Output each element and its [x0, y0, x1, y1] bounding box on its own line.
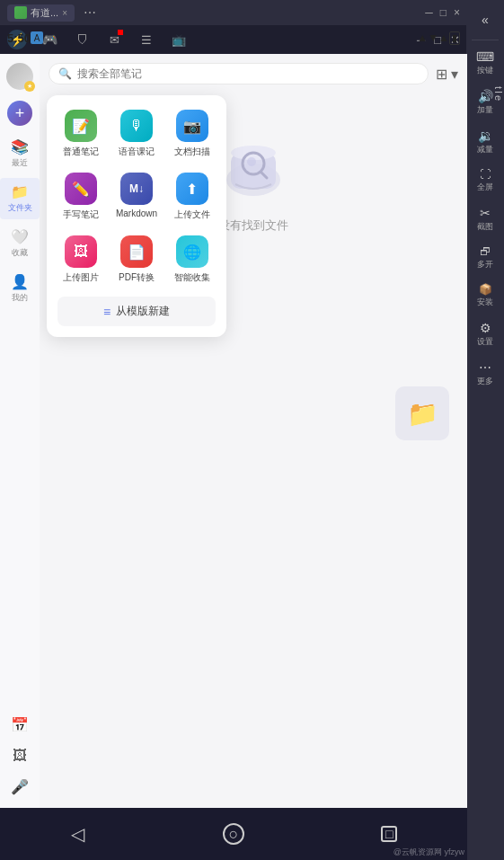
voice-note-btn[interactable]: 🎙 语音课记 [112, 106, 161, 162]
avatar[interactable]: ★ [6, 63, 33, 90]
pdf-convert-btn[interactable]: 📄 PDF转换 [112, 232, 161, 288]
markdown-btn[interactable]: M↓ Markdown [112, 169, 161, 225]
handwriting-btn[interactable]: ✏️ 手写笔记 [57, 169, 105, 225]
tle-label: tIe [466, 86, 504, 102]
search-icon: 🔍 [58, 67, 72, 80]
search-input-wrap[interactable]: 🔍 [49, 63, 429, 84]
app-tab[interactable]: 有道... × [7, 4, 75, 22]
tab-close-btn[interactable]: × [62, 8, 67, 18]
screenshot-label: 截图 [477, 221, 493, 233]
home-icon: ○ [223, 823, 244, 845]
menu-icon[interactable]: ☰ [137, 30, 156, 49]
empty-text: 没有找到文件 [218, 217, 288, 234]
template-label: 从模版新建 [116, 304, 170, 319]
upload-file-label: 上传文件 [174, 208, 210, 221]
sidebar-item-recent[interactable]: 📚 最近 [0, 133, 40, 174]
pdf-convert-icon: 📄 [120, 235, 153, 268]
right-panel: « ⌨ 按键 🔊 加量 🔉 减量 ⛶ 全屏 ✂ 截图 🗗 多开 📦 安装 ⚙ 设… [466, 0, 504, 860]
maximize-btn[interactable]: □ [440, 6, 447, 19]
settings-btn[interactable]: ⚙ 设置 [466, 315, 504, 353]
back-btn[interactable]: ◁ [60, 816, 96, 852]
view-toggle-btn[interactable]: ⊞ ▾ [436, 66, 458, 83]
multiopen-btn[interactable]: 🗗 多开 [466, 240, 504, 276]
quick-note-icon: 📝 [65, 110, 97, 142]
image-icon: 🖼 [13, 748, 27, 764]
collapse-btn[interactable]: « [466, 7, 504, 32]
left-sidebar: ★ + 📚 最近 📁 文件夹 🤍 收藏 👤 我的 [0, 54, 40, 788]
fullscreen-label: 全屏 [477, 182, 493, 193]
markdown-label: Markdown [116, 208, 157, 218]
favorites-icon: 🤍 [11, 228, 29, 245]
main-content: 🔍 ⊞ ▾ 📝 普通笔记 🎙 语音课记 [40, 54, 467, 860]
handwriting-label: 手写笔记 [63, 208, 99, 221]
calendar-icon: 📅 [11, 716, 29, 733]
doc-scan-btn[interactable]: 📷 文档扫描 [168, 106, 216, 162]
recent-icon: □ [381, 826, 397, 842]
fullscreen-btn[interactable]: ⛶ 全屏 [466, 163, 504, 199]
more-btn[interactable]: ⋯ 更多 [466, 355, 504, 393]
markdown-icon: M↓ [120, 173, 153, 205]
folder-icon: 📁 [11, 183, 29, 200]
upload-image-btn[interactable]: 🖼 上传图片 [57, 232, 105, 288]
bottom-left-nav: 📅 🖼 🎤 [0, 704, 40, 808]
tab-label: 有道... [31, 6, 58, 20]
window-controls: ─ □ × [425, 6, 460, 19]
install-label: 安装 [477, 297, 493, 308]
mail-icon[interactable]: ✉ [104, 30, 124, 49]
more-tabs-btn[interactable]: ⋯ [84, 5, 96, 20]
app-tab-icon [14, 6, 27, 19]
popup-grid: 📝 普通笔记 🎙 语音课记 📷 文档扫描 ✏️ [57, 106, 216, 288]
sidebar-item-calendar[interactable]: 📅 [0, 711, 40, 739]
bolt-icon[interactable]: ⚡ [7, 30, 27, 49]
title-bar: 有道... × ⋯ ─ □ × [0, 0, 467, 25]
popup-menu: 📝 普通笔记 🎙 语音课记 📷 文档扫描 ✏️ [47, 95, 226, 337]
divider-1 [472, 40, 499, 40]
sidebar-item-folder[interactable]: 📁 文件夹 [0, 178, 40, 219]
upload-image-label: 上传图片 [63, 271, 99, 284]
doc-scan-label: 文档扫描 [174, 146, 210, 158]
svg-point-4 [247, 157, 256, 166]
smart-collect-label: 智能收集 [174, 271, 210, 284]
toolbar-close[interactable]: ✕ [450, 33, 460, 47]
doc-scan-icon: 📷 [176, 110, 208, 142]
keyboard-label: 按键 [477, 65, 493, 76]
home-btn[interactable]: ○ [216, 816, 252, 852]
quick-note-btn[interactable]: 📝 普通笔记 [57, 106, 105, 162]
screen-icon[interactable]: 📺 [169, 30, 189, 49]
sidebar-item-favorites[interactable]: 🤍 收藏 [0, 223, 40, 264]
screenshot-btn[interactable]: ✂ 截图 [466, 200, 504, 238]
upload-file-btn[interactable]: ⬆ 上传文件 [168, 169, 216, 225]
voice-note-icon: 🎙 [120, 110, 153, 142]
mic-icon: 🎤 [11, 778, 29, 795]
volume-down-btn[interactable]: 🔉 减量 [466, 123, 504, 161]
recent-label: 最近 [12, 157, 28, 169]
folder-label: 文件夹 [8, 202, 32, 214]
multiopen-label: 多开 [477, 259, 493, 270]
minimize-btn[interactable]: ─ [425, 6, 433, 19]
sidebar-item-mic[interactable]: 🎤 [0, 773, 40, 801]
smart-collect-btn[interactable]: 🌐 智能收集 [168, 232, 216, 288]
sidebar-item-image[interactable]: 🖼 [0, 742, 40, 769]
more-label: 更多 [477, 376, 493, 387]
toolbar-row: ⚡ 🎮 ⛉ ✉ ☰ 📺 ─ □ ✕ [0, 25, 467, 54]
template-icon: ≡ [103, 305, 111, 319]
back-icon: ◁ [71, 823, 84, 845]
recent-icon: 📚 [11, 138, 29, 155]
toolbar-minimize[interactable]: ─ [417, 33, 425, 47]
search-input[interactable] [77, 67, 419, 80]
gamepad-icon[interactable]: 🎮 [40, 30, 59, 49]
keyboard-btn[interactable]: ⌨ 按键 [466, 44, 504, 82]
install-btn[interactable]: 📦 安装 [466, 278, 504, 314]
handwriting-icon: ✏️ [65, 173, 97, 205]
search-bar: 🔍 ⊞ ▾ [40, 54, 467, 90]
voice-note-label: 语音课记 [119, 146, 155, 158]
template-btn[interactable]: ≡ 从模版新建 [57, 297, 216, 326]
watermark: @云帆资源网 yfzyw [393, 847, 464, 858]
sidebar-item-mine[interactable]: 👤 我的 [0, 268, 40, 309]
folder-placeholder-icon: 📁 [407, 399, 438, 429]
toolbar-maximize[interactable]: □ [434, 33, 441, 47]
add-note-btn[interactable]: + [7, 101, 32, 126]
close-win-btn[interactable]: × [454, 6, 460, 19]
favorites-label: 收藏 [12, 247, 28, 259]
shield-icon[interactable]: ⛉ [72, 30, 92, 49]
